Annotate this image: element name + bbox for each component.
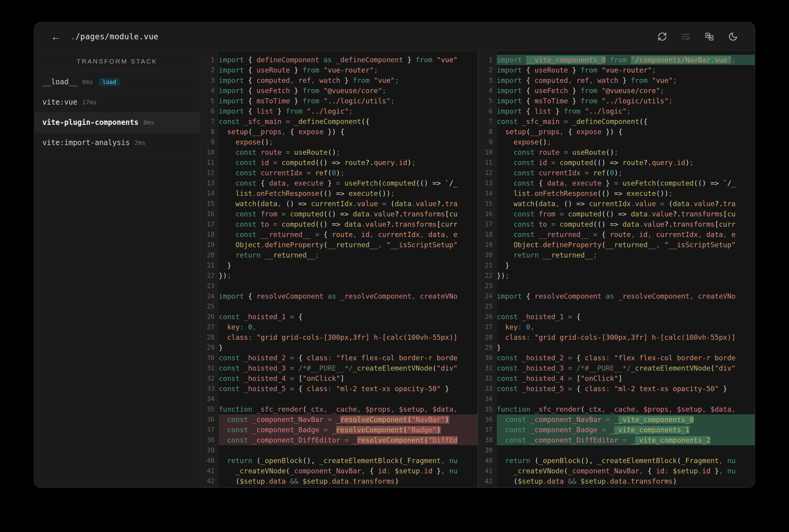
code-line: 1import { defineComponent as _defineComp… — [200, 55, 478, 65]
line-number: 3 — [200, 75, 219, 86]
code-line: 29} — [478, 342, 755, 353]
code-line: 41 _createVNode(_component_NavBar, { id:… — [478, 466, 755, 476]
code-text: import { resolveComponent as _resolveCom… — [219, 291, 478, 301]
line-number: 25 — [478, 301, 497, 312]
code-text: const _component_Badge = __vite_componen… — [497, 425, 755, 435]
line-number: 15 — [200, 198, 219, 209]
code-text: const _hoisted_3 = /*#__PURE__*/_createE… — [497, 363, 755, 373]
line-number: 24 — [200, 291, 219, 301]
code-text — [497, 394, 755, 404]
line-number: 27 — [200, 322, 219, 332]
code-line: 3import { computed, ref, watch } from "v… — [200, 75, 478, 86]
code-text: list.onFetchResponse(() => execute()); — [497, 188, 755, 198]
toolbar — [657, 31, 738, 42]
line-number: 8 — [478, 127, 497, 137]
source-code-panel[interactable]: 1import { defineComponent as _defineComp… — [200, 51, 478, 488]
line-number: 23 — [478, 281, 497, 291]
code-line: 11 const id = computed(() => route?.quer… — [478, 157, 755, 168]
code-line: 28 class: "grid grid-cols-[300px,3fr] h-… — [200, 332, 478, 342]
line-number: 42 — [478, 476, 497, 486]
refresh-button[interactable] — [657, 31, 668, 42]
code-text: import { useFetch } from "@vueuse/core"; — [219, 86, 478, 96]
line-number: 28 — [200, 332, 219, 342]
code-text: setup(__props, { expose }) { — [219, 127, 478, 137]
transform-item-3[interactable]: vite:import-analysis2ms — [34, 133, 200, 153]
code-text: const { data, execute } = useFetch(compu… — [219, 178, 478, 188]
line-number: 17 — [200, 219, 219, 229]
plugin-time: 17ms — [82, 98, 97, 106]
plugin-time: 0ms — [143, 119, 154, 126]
code-line: 17 const to = computed(() => data.value?… — [478, 219, 755, 229]
dark-mode-button[interactable] — [728, 31, 738, 42]
line-number: 40 — [200, 456, 219, 466]
transformed-code-panel[interactable]: 1import __vite_components_0 from '/compo… — [478, 51, 755, 488]
code-text: const _hoisted_4 = ["onClick"] — [219, 373, 478, 384]
code-text: const id = computed(() => route?.query.i… — [497, 157, 755, 168]
code-text: function _sfc_render(_ctx, _cache, $prop… — [219, 404, 478, 414]
line-number: 41 — [200, 466, 219, 476]
plugin-time: 0ms — [82, 78, 93, 86]
code-line: 14 list.onFetchResponse(() => execute())… — [478, 188, 755, 198]
line-number: 13 — [200, 178, 219, 188]
code-line: 8 setup(__props, { expose }) { — [478, 127, 755, 137]
code-line: 40 return (_openBlock(), _createElementB… — [478, 456, 755, 466]
diff-toggle-button[interactable] — [704, 31, 715, 42]
code-line: 37 const _component_Badge = _resolveComp… — [200, 425, 478, 435]
line-number: 34 — [200, 394, 219, 404]
code-line: 42 ($setup.data && $setup.data.transform… — [200, 476, 478, 486]
transform-item-1[interactable]: vite:vue17ms — [34, 92, 200, 112]
code-line: 32const _hoisted_4 = ["onClick"] — [200, 373, 478, 384]
code-line: 5import { msToTime } from "../logic/util… — [200, 96, 478, 106]
line-number: 28 — [478, 332, 497, 342]
line-number: 18 — [200, 229, 219, 240]
code-line: 20 return __returned__; — [478, 250, 755, 260]
code-line: 21 } — [200, 260, 478, 270]
line-number: 37 — [478, 425, 497, 435]
code-text: }); — [497, 270, 755, 281]
line-number: 30 — [200, 353, 219, 363]
transform-item-0[interactable]: __load__0msload — [34, 72, 200, 92]
transform-item-2[interactable]: vite-plugin-components0ms — [34, 112, 200, 133]
code-text: const _hoisted_2 = { class: "flex flex-c… — [219, 353, 478, 363]
file-path-prefix: . — [71, 32, 75, 41]
code-text: import { resolveComponent as _resolveCom… — [497, 291, 755, 301]
line-number: 21 — [200, 260, 219, 270]
code-line: 26const _hoisted_1 = { — [478, 312, 755, 322]
code-line: 31const _hoisted_3 = /*#__PURE__*/_creat… — [478, 363, 755, 373]
code-line: 15 watch(data, () => currentIdx.value = … — [200, 198, 478, 209]
code-text: const __returned__ = { route, id, curren… — [219, 229, 478, 240]
code-text: const _hoisted_2 = { class: "flex flex-c… — [497, 353, 755, 363]
code-text: const _component_DiffEditor = _resolveCo… — [219, 435, 478, 445]
code-line: 33const _hoisted_5 = { class: "ml-2 text… — [200, 384, 478, 394]
line-number: 42 — [200, 476, 219, 486]
code-text: const to = computed(() => data.value?.tr… — [497, 219, 755, 229]
code-line: 12 const currentIdx = ref(0); — [200, 168, 478, 178]
code-text: watch(data, () => currentIdx.value = (da… — [497, 198, 755, 209]
plugin-time: 2ms — [135, 139, 146, 146]
code-text: const from = computed(() => data.value?.… — [497, 209, 755, 219]
line-number: 26 — [200, 312, 219, 322]
code-line: 13 const { data, execute } = useFetch(co… — [478, 178, 755, 188]
code-text: watch(data, () => currentIdx.value = (da… — [219, 198, 478, 209]
line-number: 7 — [478, 116, 497, 127]
back-button[interactable]: ← — [49, 30, 62, 43]
code-line: 7const _sfc_main = _defineComponent({ — [478, 116, 755, 127]
line-wrap-button[interactable] — [680, 31, 691, 42]
code-text: class: "grid grid-cols-[300px,3fr] h-[ca… — [497, 332, 755, 342]
code-line: 11 const id = computed(() => route?.quer… — [200, 157, 478, 168]
code-text: const __returned__ = { route, id, curren… — [497, 229, 755, 240]
code-text: import { useFetch } from "@vueuse/core"; — [497, 86, 755, 96]
code-line: 16 const from = computed(() => data.valu… — [200, 209, 478, 219]
line-number: 26 — [478, 312, 497, 322]
code-text: } — [219, 260, 478, 270]
code-line: 24import { resolveComponent as _resolveC… — [478, 291, 755, 301]
line-number: 36 — [200, 414, 219, 425]
code-line: 10 const route = useRoute(); — [200, 147, 478, 157]
line-number: 5 — [478, 96, 497, 106]
line-number: 22 — [200, 270, 219, 281]
code-line: 21 } — [478, 260, 755, 270]
code-line: 35function _sfc_render(_ctx, _cache, $pr… — [478, 404, 755, 414]
code-text: const to = computed(() => data.value?.tr… — [219, 219, 478, 229]
code-text: const _component_NavBar = __vite_compone… — [497, 414, 755, 425]
code-text: return (_openBlock(), _createElementBloc… — [219, 456, 478, 466]
